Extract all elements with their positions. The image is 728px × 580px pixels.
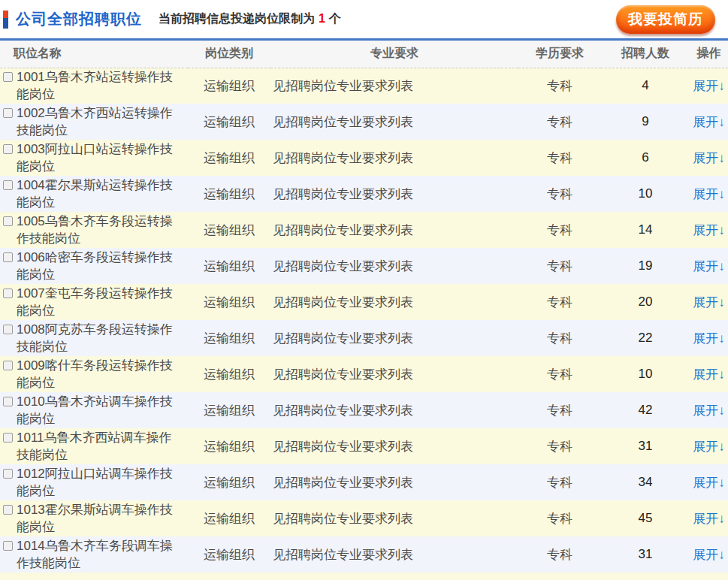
expand-link[interactable]: 展开↓ [693,331,725,346]
expand-link[interactable]: 展开↓ [693,476,725,490]
position-name: 1008阿克苏车务段运转操作技能岗位 [17,321,178,355]
col-header-count: 招聘人数 [601,41,690,68]
table-row: 1011乌鲁木齐西站调车操作技能岗位 运输组织 见招聘岗位专业要求列表 专科 3… [0,428,728,464]
col-header-major: 专业要求 [270,41,518,68]
position-category: 运输组织 [188,176,270,212]
position-name: 1007奎屯车务段运转操作技能岗位 [17,285,178,319]
expand-link[interactable]: 展开↓ [693,440,725,454]
major-requirement: 见招聘岗位专业要求列表 [270,500,518,536]
position-name: 1012阿拉山口站调车操作技能岗位 [17,465,178,500]
row-checkbox[interactable] [3,144,13,154]
row-checkbox[interactable] [3,288,13,298]
expand-link[interactable]: 展开↓ [693,151,725,165]
position-name: 1010乌鲁木齐站调车操作技能岗位 [17,393,178,427]
job-table: 职位名称 岗位类别 专业要求 学历要求 招聘人数 操作 1001乌鲁木齐站运转操… [0,41,728,572]
expand-link[interactable]: 展开↓ [693,512,725,526]
position-category: 运输组织 [188,500,270,536]
col-header-position-name: 职位名称 [0,41,188,68]
position-category: 运输组织 [188,356,270,392]
table-row: 1014乌鲁木齐车务段调车操作技能岗位 运输组织 见招聘岗位专业要求列表 专科 … [0,536,728,572]
submit-resume-button[interactable]: 我要投简历 [616,5,715,34]
position-category: 运输组织 [188,392,270,428]
row-checkbox[interactable] [3,541,13,551]
row-checkbox[interactable] [3,433,13,443]
recruit-count: 14 [601,212,690,248]
expand-link[interactable]: 展开↓ [693,187,725,201]
limit-note-prefix: 当前招聘信息投递岗位限制为 [159,12,315,25]
education-requirement: 专科 [518,500,601,536]
table-row: 1004霍尔果斯站运转操作技能岗位 运输组织 见招聘岗位专业要求列表 专科 10… [0,176,728,212]
expand-link[interactable]: 展开↓ [693,223,725,237]
position-name: 1013霍尔果斯站调车操作技能岗位 [17,501,178,536]
table-row: 1012阿拉山口站调车操作技能岗位 运输组织 见招聘岗位专业要求列表 专科 34… [0,464,728,500]
education-requirement: 专科 [518,320,601,356]
expand-link[interactable]: 展开↓ [693,367,725,382]
major-requirement: 见招聘岗位专业要求列表 [270,104,518,140]
position-name: 1004霍尔果斯站运转操作技能岗位 [17,177,178,211]
job-table-header: 职位名称 岗位类别 专业要求 学历要求 招聘人数 操作 [0,41,728,68]
title-accent-bar [3,11,8,29]
education-requirement: 专科 [518,212,601,248]
row-checkbox[interactable] [3,325,13,334]
row-checkbox[interactable] [3,108,13,118]
position-name-cell: 1009喀什车务段运转操作技能岗位 [3,357,188,391]
position-name-cell: 1004霍尔果斯站运转操作技能岗位 [3,177,188,211]
page-title: 公司全部招聘职位 [16,9,142,29]
position-name-cell: 1001乌鲁木齐站运转操作技能岗位 [3,68,188,103]
col-header-category: 岗位类别 [188,41,270,68]
major-requirement: 见招聘岗位专业要求列表 [270,140,518,176]
education-requirement: 专科 [518,536,601,572]
table-row: 1007奎屯车务段运转操作技能岗位 运输组织 见招聘岗位专业要求列表 专科 20… [0,284,728,320]
table-row: 1002乌鲁木齐西站运转操作技能岗位 运输组织 见招聘岗位专业要求列表 专科 9… [0,104,728,140]
row-checkbox[interactable] [3,397,13,406]
row-checkbox[interactable] [3,180,13,190]
table-row: 1013霍尔果斯站调车操作技能岗位 运输组织 见招聘岗位专业要求列表 专科 45… [0,500,728,536]
row-checkbox[interactable] [3,216,13,226]
table-row: 1008阿克苏车务段运转操作技能岗位 运输组织 见招聘岗位专业要求列表 专科 2… [0,320,728,356]
row-checkbox[interactable] [3,72,13,82]
position-name: 1003阿拉山口站运转操作技能岗位 [17,140,178,175]
table-row: 1010乌鲁木齐站调车操作技能岗位 运输组织 见招聘岗位专业要求列表 专科 42… [0,392,728,428]
expand-link[interactable]: 展开↓ [693,295,725,310]
recruit-count: 31 [601,536,690,572]
position-name-cell: 1002乌鲁木齐西站运转操作技能岗位 [3,104,188,139]
position-category: 运输组织 [188,68,270,104]
expand-link[interactable]: 展开↓ [693,548,725,562]
limit-note: 当前招聘信息投递岗位限制为1个 [159,11,341,27]
education-requirement: 专科 [518,140,601,176]
position-category: 运输组织 [188,536,270,572]
position-name-cell: 1011乌鲁木齐西站调车操作技能岗位 [3,429,188,464]
position-name-cell: 1007奎屯车务段运转操作技能岗位 [3,285,188,319]
expand-link[interactable]: 展开↓ [693,403,725,418]
expand-link[interactable]: 展开↓ [693,79,725,93]
row-checkbox[interactable] [3,505,13,515]
education-requirement: 专科 [518,248,601,284]
position-name: 1006哈密车务段运转操作技能岗位 [17,249,178,283]
job-table-body: 1001乌鲁木齐站运转操作技能岗位 运输组织 见招聘岗位专业要求列表 专科 4 … [0,68,728,572]
education-requirement: 专科 [518,428,601,464]
position-name-cell: 1008阿克苏车务段运转操作技能岗位 [3,321,188,355]
recruit-count: 6 [601,140,690,176]
limit-count: 1 [319,12,325,25]
position-name-cell: 1010乌鲁木齐站调车操作技能岗位 [3,393,188,427]
row-checkbox[interactable] [3,252,13,262]
major-requirement: 见招聘岗位专业要求列表 [270,248,518,284]
education-requirement: 专科 [518,356,601,392]
position-name: 1005乌鲁木齐车务段运转操作技能岗位 [17,213,178,247]
education-requirement: 专科 [518,284,601,320]
education-requirement: 专科 [518,464,601,500]
recruit-count: 4 [601,68,690,104]
major-requirement: 见招聘岗位专业要求列表 [270,176,518,212]
position-name: 1009喀什车务段运转操作技能岗位 [17,357,178,391]
major-requirement: 见招聘岗位专业要求列表 [270,428,518,464]
position-name: 1002乌鲁木齐西站运转操作技能岗位 [17,104,178,139]
table-row: 1001乌鲁木齐站运转操作技能岗位 运输组织 见招聘岗位专业要求列表 专科 4 … [0,68,728,104]
row-checkbox[interactable] [3,361,13,370]
expand-link[interactable]: 展开↓ [693,259,725,273]
position-category: 运输组织 [188,428,270,464]
major-requirement: 见招聘岗位专业要求列表 [270,212,518,248]
major-requirement: 见招聘岗位专业要求列表 [270,464,518,500]
recruit-count: 34 [601,464,690,500]
expand-link[interactable]: 展开↓ [693,115,725,129]
row-checkbox[interactable] [3,469,13,479]
